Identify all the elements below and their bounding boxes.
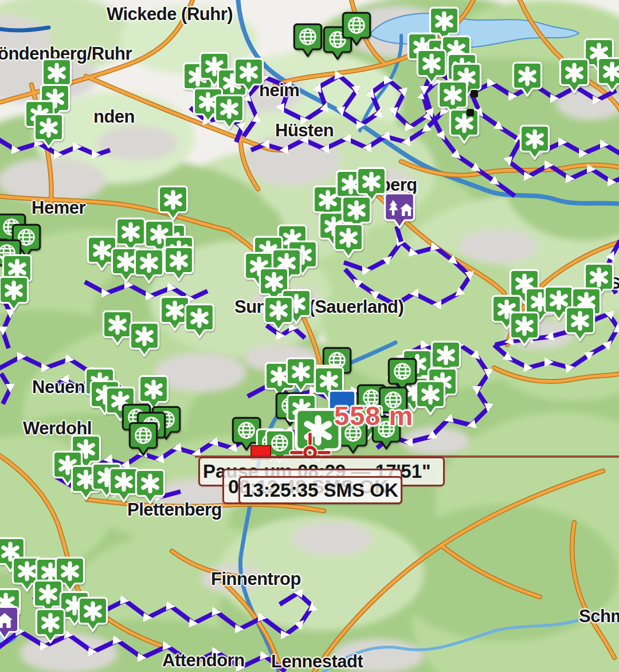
- geocache-marker[interactable]: [129, 321, 160, 358]
- marker-layer: [0, 0, 619, 672]
- geocache-marker[interactable]: [333, 223, 364, 260]
- geocache-marker[interactable]: [134, 248, 164, 285]
- globe-marker[interactable]: [293, 23, 323, 58]
- geocache-marker[interactable]: [559, 58, 590, 95]
- geocache-marker[interactable]: [158, 185, 189, 222]
- globe-marker[interactable]: [128, 422, 158, 457]
- geocache-marker[interactable]: [509, 311, 540, 348]
- geocache-marker[interactable]: [184, 303, 215, 340]
- geocache-marker[interactable]: [263, 296, 294, 332]
- geocache-marker[interactable]: [512, 61, 543, 98]
- geocache-marker[interactable]: [233, 57, 264, 94]
- geocache-marker[interactable]: [163, 246, 194, 282]
- park-marker[interactable]: [383, 192, 416, 230]
- geocache-marker[interactable]: [597, 57, 619, 93]
- geocache-marker[interactable]: [519, 124, 550, 161]
- geocache-marker[interactable]: [102, 310, 133, 347]
- geocache-marker[interactable]: [415, 380, 446, 416]
- globe-marker[interactable]: [342, 11, 371, 46]
- elevation-label: 558 m: [334, 400, 413, 431]
- geocache-marker[interactable]: [449, 108, 480, 145]
- house-marker[interactable]: [0, 606, 19, 640]
- geocache-marker[interactable]: [0, 276, 29, 312]
- tooltip-sms-2: 13:25:35 SMS OK: [238, 476, 402, 504]
- geocache-marker[interactable]: [565, 306, 596, 343]
- dot-marker[interactable]: [467, 109, 474, 116]
- map-canvas[interactable]: Wickede (Ruhr)öndenberg/RuhrndenheimHüst…: [0, 0, 619, 672]
- geocache-marker[interactable]: [214, 94, 245, 131]
- geocache-marker[interactable]: [33, 113, 64, 150]
- dot-marker[interactable]: [471, 90, 478, 97]
- geocache-marker[interactable]: [35, 608, 66, 645]
- geocache-marker[interactable]: [77, 596, 108, 633]
- tooltip-sms-2-text: 13:25:35 SMS OK: [242, 480, 398, 501]
- geocache-marker[interactable]: [285, 357, 316, 394]
- geocache-marker[interactable]: [135, 469, 166, 505]
